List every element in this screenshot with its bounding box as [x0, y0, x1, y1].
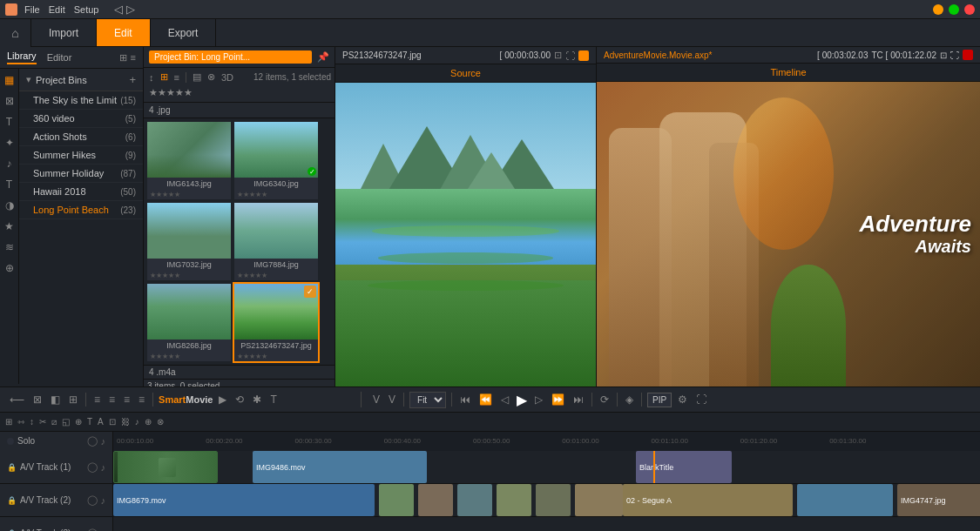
track-clip-2-2[interactable]	[418, 484, 453, 516]
pin-icon[interactable]: 📌	[317, 51, 329, 63]
ctrl-btn-2[interactable]: ⊠	[30, 392, 44, 407]
ctrl-btn-12[interactable]: T	[267, 392, 279, 407]
tool-text[interactable]: T	[2, 177, 17, 192]
media-item-2[interactable]: IMG7032.jpg ★★★★★	[147, 203, 231, 280]
track-lock-2[interactable]: 🔒	[7, 496, 17, 505]
bin-item-5[interactable]: Hawaii 2018 (50)	[19, 183, 143, 201]
pb-skip-end[interactable]: ⏭	[571, 392, 586, 407]
filter-btn-2[interactable]: ⊗	[206, 71, 217, 84]
track-toolbar-btn-10[interactable]: ⊡	[109, 417, 116, 427]
source-fullscreen-icon[interactable]: ⛶	[565, 50, 575, 61]
track-mute-btn-3[interactable]: ♪	[101, 528, 106, 532]
filter-btn-3[interactable]: 3D	[220, 71, 235, 84]
pb-play-btn[interactable]: ▶	[515, 390, 529, 410]
tool-media[interactable]: ▦	[2, 72, 17, 88]
track-clip-2-5[interactable]	[536, 484, 571, 516]
tool-color[interactable]: ◑	[2, 198, 17, 213]
home-button[interactable]: ⌂	[0, 19, 31, 47]
track-toolbar-btn-6[interactable]: ◱	[62, 417, 70, 427]
media-item-3[interactable]: IMG7884.jpg ★★★★★	[234, 203, 318, 280]
pb-step-fwd[interactable]: ⏩	[549, 392, 567, 407]
track-toolbar-btn-3[interactable]: ↕	[30, 417, 34, 427]
track-vis-btn-2[interactable]: ◯	[87, 494, 98, 506]
project-bins-header[interactable]: ▾ Project Bins +	[19, 69, 143, 91]
pip-button[interactable]: PIP	[647, 393, 672, 407]
tab-export[interactable]: Export	[151, 19, 217, 46]
bin-item-4[interactable]: Summer Holiday (87)	[19, 165, 143, 183]
bin-item-6[interactable]: Long Point Beach (23)	[19, 201, 143, 219]
track-toolbar-btn-8[interactable]: T	[87, 417, 92, 427]
track-toolbar-btn-13[interactable]: ⊕	[145, 417, 152, 427]
pb-speed-btn[interactable]: ◈	[623, 392, 636, 407]
close-button[interactable]	[964, 4, 975, 15]
back-btn[interactable]: ◁	[114, 3, 123, 16]
maximize-button[interactable]	[949, 4, 959, 15]
track-clip-2-8[interactable]	[797, 484, 893, 516]
file-menu[interactable]: File	[24, 4, 40, 15]
track-content-2[interactable]: IMG8679.mov 02 - Segue A IMG4747.jpg	[113, 484, 980, 516]
pb-in-btn[interactable]: V	[370, 392, 382, 407]
track-clip-1-0[interactable]	[113, 451, 218, 483]
tool-sticker[interactable]: ★	[2, 218, 17, 234]
bin-item-0[interactable]: The Sky is the Limit (15)	[19, 91, 143, 110]
track-lock-1[interactable]: 🔒	[7, 463, 17, 472]
fit-select[interactable]: Fit	[409, 392, 446, 408]
bin-item-1[interactable]: 360 video (5)	[19, 110, 143, 128]
edit-menu[interactable]: Edit	[49, 4, 65, 15]
sidebar-icon-2[interactable]: ≡	[131, 52, 136, 64]
track-toolbar-btn-5[interactable]: ⧄	[51, 417, 57, 427]
pb-skip-start[interactable]: ⏮	[457, 392, 473, 407]
editor-tab[interactable]: Editor	[47, 52, 72, 63]
track-toolbar-btn-12[interactable]: ♪	[135, 417, 139, 427]
pb-loop-btn[interactable]: ⟳	[598, 392, 612, 407]
track-clip-1-1[interactable]: IMG9486.mov	[253, 451, 427, 483]
ctrl-btn-9[interactable]: ▶	[216, 392, 229, 407]
media-item-0[interactable]: IMG6143.jpg ★★★★★	[147, 122, 231, 199]
setup-menu[interactable]: Setup	[74, 4, 99, 15]
track-toolbar-btn-2[interactable]: ⇿	[17, 417, 24, 427]
sidebar-icon-1[interactable]: ⊞	[119, 52, 127, 64]
track-toolbar-btn-14[interactable]: ⊗	[157, 417, 164, 427]
ctrl-btn-8[interactable]: ≡	[136, 392, 147, 407]
solo-mute-btn[interactable]: ♪	[101, 436, 106, 447]
pb-step-back[interactable]: ⏪	[476, 392, 495, 407]
track-mute-btn-1[interactable]: ♪	[101, 462, 106, 473]
timeline-expand-icon[interactable]: ⊡	[940, 50, 947, 60]
track-mute-btn-2[interactable]: ♪	[101, 495, 106, 506]
tool-motion[interactable]: ≋	[2, 239, 17, 255]
track-toolbar-btn-7[interactable]: ⊕	[75, 417, 82, 427]
pb-out-btn[interactable]: V	[386, 392, 398, 407]
track-clip-2-6[interactable]	[575, 484, 623, 516]
track-toolbar-btn-1[interactable]: ⊞	[5, 417, 12, 427]
pb-fullscreen-icon[interactable]: ⛶	[693, 392, 709, 407]
pb-back[interactable]: ◁	[498, 392, 511, 407]
bin-item-3[interactable]: Summer Hikes (9)	[19, 146, 143, 165]
filter-btn-1[interactable]: ▤	[191, 71, 203, 84]
track-toolbar-btn-11[interactable]: ⛓	[121, 417, 130, 427]
ctrl-btn-7[interactable]: ≡	[121, 392, 132, 407]
bin-item-2[interactable]: Action Shots (6)	[19, 128, 143, 146]
source-expand-icon[interactable]: ⊡	[554, 50, 562, 61]
library-tab[interactable]: Library	[7, 50, 37, 64]
track-content-1[interactable]: IMG9486.mov BlankTitle	[113, 451, 980, 483]
track-clip-2-9[interactable]: IMG4747.jpg	[897, 484, 980, 516]
track-clip-2-1[interactable]	[379, 484, 414, 516]
minimize-button[interactable]	[933, 4, 943, 15]
ctrl-btn-11[interactable]: ✱	[250, 392, 264, 407]
tool-transitions[interactable]: ⊠	[2, 93, 17, 109]
track-vis-btn-1[interactable]: ◯	[87, 461, 98, 473]
media-item-4[interactable]: IMG8268.jpg ★★★★★	[147, 284, 231, 361]
track-clip-2-4[interactable]	[497, 484, 531, 516]
ctrl-btn-3[interactable]: ◧	[48, 392, 63, 407]
track-toolbar-btn-4[interactable]: ✂	[39, 417, 46, 427]
track-clip-1-2[interactable]: BlankTitle	[636, 451, 732, 483]
timeline-fullscreen-icon[interactable]: ⛶	[950, 50, 959, 60]
media-item-5[interactable]: ✓ PS21324673247.jpg ★★★★★	[234, 284, 318, 361]
ctrl-btn-5[interactable]: ≡	[91, 392, 103, 407]
ctrl-btn-10[interactable]: ⟲	[233, 392, 247, 407]
add-bin-button[interactable]: +	[129, 73, 136, 86]
ctrl-btn-4[interactable]: ⊞	[66, 392, 80, 407]
pb-fwd[interactable]: ▷	[532, 392, 545, 407]
tab-import[interactable]: Import	[31, 19, 97, 46]
grid-view-btn[interactable]: ⊞	[159, 71, 170, 84]
